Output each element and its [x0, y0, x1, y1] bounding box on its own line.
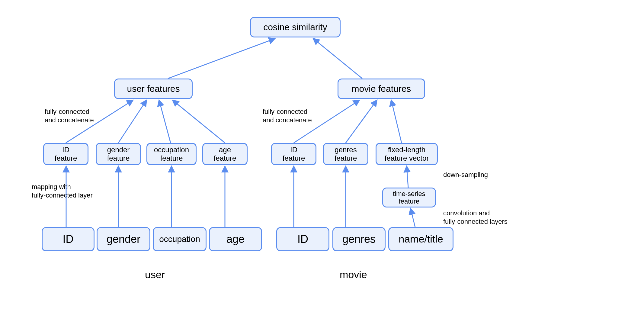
- node-user-age: age: [209, 227, 262, 251]
- node-movie-id: ID: [276, 227, 329, 251]
- svg-line-3: [118, 100, 146, 143]
- node-movie-genres-feature: genres feature: [323, 143, 368, 165]
- node-movie-name: name/title: [388, 227, 453, 251]
- node-user-occ-feature: occupation feature: [146, 143, 197, 165]
- node-user-occupation: occupation: [153, 227, 207, 251]
- label-fc-concat-left: fully-connected and concatenate: [45, 108, 94, 124]
- label-movie-title: movie: [340, 269, 367, 281]
- node-movie-fixed-feature: fixed-length feature vector: [376, 143, 438, 165]
- svg-line-7: [346, 100, 377, 143]
- svg-line-8: [391, 100, 402, 143]
- label-user-title: user: [145, 269, 165, 281]
- node-movie-genres: genres: [332, 227, 386, 251]
- label-convolution: convolution and fully-connected layers: [443, 209, 508, 226]
- svg-line-4: [159, 100, 171, 143]
- node-user-gender: gender: [97, 227, 150, 251]
- label-mapping: mapping with fully-connected layer: [32, 183, 93, 199]
- node-movie-id-feature: ID feature: [271, 143, 316, 165]
- label-fc-concat-right: fully-connected and concatenate: [263, 108, 312, 124]
- node-movie-features: movie features: [338, 79, 425, 99]
- label-down-sampling: down-sampling: [443, 171, 488, 179]
- node-user-features: user features: [114, 79, 193, 99]
- node-cosine-similarity: cosine similarity: [250, 17, 341, 37]
- svg-line-16: [407, 166, 408, 188]
- svg-line-1: [313, 39, 362, 79]
- node-user-age-feature: age feature: [202, 143, 248, 165]
- node-time-series-feature: time-series feature: [382, 188, 436, 207]
- node-user-gender-feature: gender feature: [96, 143, 141, 165]
- node-user-id-feature: ID feature: [43, 143, 88, 165]
- node-user-id: ID: [42, 227, 95, 251]
- svg-line-15: [411, 209, 415, 227]
- svg-line-0: [168, 39, 275, 79]
- svg-line-5: [173, 100, 225, 143]
